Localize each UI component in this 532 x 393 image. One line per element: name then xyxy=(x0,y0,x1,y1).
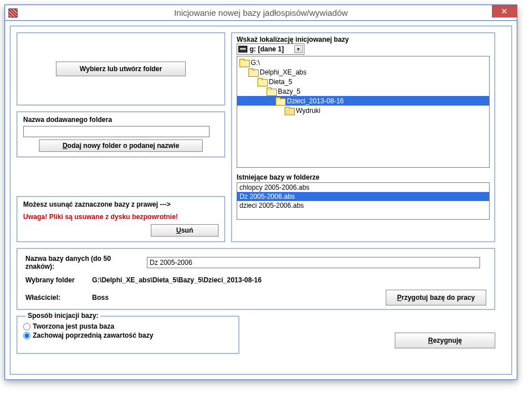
tree-row[interactable]: G:\ xyxy=(237,58,489,67)
tree-row-label: Bazy_5 xyxy=(278,88,300,95)
drive-value: g: [dane 1] xyxy=(250,45,284,53)
radio-empty[interactable]: Tworzona jest pusta baza xyxy=(23,322,233,330)
init-legend: Sposób inicjacji bazy: xyxy=(25,312,101,320)
folder-icon xyxy=(239,59,248,66)
tree-row-label: Delphi_XE_abs xyxy=(260,68,307,76)
folder-icon xyxy=(258,78,267,85)
tree-row[interactable]: Bazy_5 xyxy=(237,86,489,96)
db-name-input[interactable] xyxy=(147,257,480,268)
radio-empty-input[interactable] xyxy=(23,323,30,330)
group-db: Nazwa bazy danych (do 50 znaków): Wybran… xyxy=(16,248,495,310)
tree-row[interactable]: Delphi_XE_abs xyxy=(237,67,489,77)
tree-row[interactable]: Dieta_5 xyxy=(237,77,489,86)
group-delete: Możesz usunąć zaznaczone bazy z prawej -… xyxy=(16,196,225,242)
radio-empty-label: Tworzona jest pusta baza xyxy=(33,322,114,330)
dialog-window: Inicjowanie nowej bazy jadłospisów/wywia… xyxy=(5,5,517,380)
radio-keep-label: Zachowaj poprzednią zawartość bazy xyxy=(33,331,153,339)
group-choose-folder: Wybierz lub utwórz folder xyxy=(16,32,225,106)
list-item[interactable]: chlopcy 2005-2006.abs xyxy=(237,183,489,192)
folder-icon xyxy=(248,68,258,76)
existing-files-list[interactable]: chlopcy 2005-2006.absDz 2005-2006.absdzi… xyxy=(237,182,490,220)
window-title: Inicjowanie nowej bazy jadłospisów/wywia… xyxy=(5,8,517,18)
close-button[interactable]: ✕ xyxy=(492,5,517,18)
tree-row-label: G:\ xyxy=(251,59,260,67)
delete-hint: Możesz usunąć zaznaczone bazy z prawej -… xyxy=(23,200,219,208)
existing-label: Istniejące bazy w folderze xyxy=(237,173,490,181)
folder-icon xyxy=(267,88,276,95)
folder-icon xyxy=(276,97,285,104)
tree-row-label: Wydruki xyxy=(296,107,320,115)
list-item[interactable]: Dz 2005-2006.abs xyxy=(237,192,489,201)
choose-folder-button[interactable]: Wybierz lub utwórz folder xyxy=(56,62,186,76)
new-folder-label: Nazwa dodawanego foldera xyxy=(23,116,219,124)
close-icon: ✕ xyxy=(501,7,508,16)
tree-row[interactable]: Wydruki xyxy=(237,106,489,115)
folder-icon xyxy=(285,107,294,114)
folder-label: Wybrany folder xyxy=(25,276,86,284)
prepare-db-button[interactable]: Przygotuj bazę do pracy xyxy=(386,290,486,305)
folder-value: G:\Delphi_XE_abs\Dieta_5\Bazy_5\Dzieci_2… xyxy=(92,276,261,284)
tree-row-label: Dzieci_2013-08-16 xyxy=(287,97,344,105)
chevron-down-icon: ▾ xyxy=(294,45,303,53)
group-init-mode: Sposób inicjacji bazy: Tworzona jest pus… xyxy=(16,316,239,354)
titlebar: Inicjowanie nowej bazy jadłospisów/wywia… xyxy=(5,5,517,21)
list-item[interactable]: dzieci 2005-2006.abs xyxy=(237,201,489,210)
cancel-button[interactable]: Rezygnuję xyxy=(395,333,495,348)
owner-label: Właściciel: xyxy=(25,294,86,302)
group-location: Wskaż lokalizację inicjowanej bazy g: [d… xyxy=(231,32,495,242)
owner-value: Boss xyxy=(92,294,108,302)
new-folder-input[interactable] xyxy=(23,126,210,137)
radio-keep[interactable]: Zachowaj poprzednią zawartość bazy xyxy=(23,331,233,339)
add-folder-button[interactable]: Dodaj nowy folder o podanej nazwie xyxy=(39,139,203,152)
tree-row[interactable]: Dzieci_2013-08-16 xyxy=(237,96,489,106)
delete-warning: Uwaga! Pliki są usuwane z dysku bezpowro… xyxy=(23,213,219,221)
location-label: Wskaż lokalizację inicjowanej bazy xyxy=(237,36,490,43)
radio-keep-input[interactable] xyxy=(23,332,30,339)
folder-tree[interactable]: G:\Delphi_XE_absDieta_5Bazy_5Dzieci_2013… xyxy=(237,56,490,168)
db-name-label: Nazwa bazy danych (do 50 znaków): xyxy=(25,255,141,270)
delete-button[interactable]: Usuń xyxy=(151,224,219,237)
outer-frame: Wybierz lub utwórz folder Nazwa dodawane… xyxy=(10,25,512,375)
group-new-folder: Nazwa dodawanego foldera Dodaj nowy fold… xyxy=(16,111,225,158)
drive-icon xyxy=(238,46,247,53)
add-folder-button-rest: odaj nowy folder o podanej nazwie xyxy=(67,142,179,150)
tree-row-label: Dieta_5 xyxy=(269,78,292,86)
drive-select[interactable]: g: [dane 1] ▾ xyxy=(237,43,304,55)
